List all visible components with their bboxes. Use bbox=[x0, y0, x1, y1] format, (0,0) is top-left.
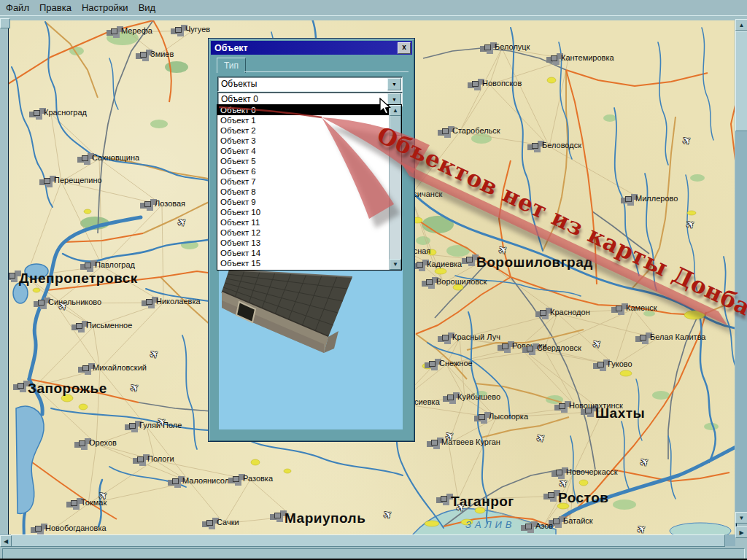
dropdown-option[interactable]: Объект 3 bbox=[217, 136, 390, 146]
minor-road bbox=[615, 338, 657, 365]
minor-road bbox=[155, 460, 250, 480]
chevron-down-icon: ▼ bbox=[392, 97, 397, 102]
minor-road bbox=[460, 314, 557, 338]
dropdown-option[interactable]: Объект 6 bbox=[217, 166, 390, 176]
object-type-value: Объекты bbox=[221, 79, 258, 89]
dropdown-scroll-down-button[interactable]: ▼ bbox=[390, 259, 401, 270]
object-combo-value: Объект 0 bbox=[221, 94, 258, 104]
minor-road bbox=[496, 411, 603, 418]
object-preview bbox=[219, 270, 403, 429]
scroll-down-icon: ▼ bbox=[392, 261, 398, 268]
preview-building-model bbox=[219, 270, 403, 429]
dialog-title-bar[interactable]: Объект x bbox=[211, 41, 412, 55]
dropdown-option[interactable]: Объект 7 bbox=[217, 176, 390, 187]
combo-dropdown-button[interactable]: ▼ bbox=[387, 93, 401, 105]
minor-road bbox=[190, 480, 250, 482]
dropdown-scrollbar[interactable]: ▲ ▼ bbox=[389, 105, 401, 270]
dropdown-option[interactable]: Объект 13 bbox=[217, 238, 390, 248]
minor-road bbox=[449, 398, 465, 443]
minor-road bbox=[96, 369, 100, 444]
minor-road bbox=[162, 205, 163, 303]
minor-road bbox=[88, 482, 190, 504]
scroll-up-button[interactable]: ▲ bbox=[735, 19, 747, 31]
tab-tip[interactable]: Тип bbox=[217, 58, 246, 73]
dropdown-option[interactable]: Объект 15 bbox=[217, 258, 390, 268]
minor-road bbox=[55, 303, 93, 327]
scroll-down-button[interactable]: ▼ bbox=[735, 512, 747, 524]
horizontal-scrollbar[interactable] bbox=[0, 534, 735, 546]
dropdown-option[interactable]: Объект 12 bbox=[217, 228, 390, 238]
scroll-right-button[interactable]: ▶ bbox=[735, 526, 747, 538]
dropdown-scroll-up-button[interactable]: ▲ bbox=[390, 105, 401, 116]
minor-road bbox=[102, 266, 163, 303]
minor-road bbox=[458, 418, 496, 499]
minor-road bbox=[449, 443, 458, 499]
minor-road bbox=[158, 31, 193, 55]
corner-button[interactable] bbox=[0, 18, 10, 28]
minor-road bbox=[460, 85, 489, 132]
scroll-right-icon: ▶ bbox=[739, 529, 743, 536]
horizontal-scrollbar-thumb[interactable] bbox=[11, 534, 725, 547]
scroll-down-icon: ▼ bbox=[739, 515, 745, 521]
combo-dropdown-button[interactable]: ▼ bbox=[387, 78, 401, 90]
minor-road bbox=[93, 303, 163, 327]
minor-road bbox=[93, 327, 100, 369]
minor-road bbox=[458, 496, 565, 499]
status-bar bbox=[2, 548, 745, 559]
minor-road bbox=[411, 132, 460, 195]
minor-road bbox=[446, 347, 519, 365]
minor-road bbox=[26, 182, 61, 276]
minor-road bbox=[565, 496, 570, 522]
scroll-left-icon: ◀ bbox=[4, 538, 8, 545]
scroll-up-icon: ▲ bbox=[392, 107, 398, 114]
dropdown-option[interactable]: Объект 0 bbox=[217, 105, 390, 115]
minor-road bbox=[35, 327, 93, 386]
minor-road bbox=[35, 369, 100, 386]
minor-road bbox=[55, 303, 163, 303]
dropdown-option[interactable]: Объект 8 bbox=[217, 187, 390, 197]
dropdown-scrollbar-thumb[interactable] bbox=[390, 115, 401, 136]
minor-road bbox=[96, 427, 147, 444]
minor-road bbox=[544, 349, 615, 365]
minor-road bbox=[557, 314, 657, 338]
window-left-frame bbox=[0, 15, 8, 560]
chevron-down-icon: ▼ bbox=[392, 82, 397, 87]
object-type-combo[interactable]: Объекты ▼ bbox=[217, 77, 403, 92]
menu-item[interactable]: Вид bbox=[139, 2, 156, 13]
menu-item[interactable]: Настройки bbox=[82, 2, 128, 13]
dialog-close-button[interactable]: x bbox=[398, 42, 411, 54]
dropdown-list[interactable]: Объект 0Объект 1Объект 2Объект 3Объект 4… bbox=[217, 104, 402, 271]
minor-road bbox=[557, 309, 633, 314]
minor-road bbox=[489, 48, 502, 85]
minor-road bbox=[549, 147, 643, 200]
menu-bar: ФайлПравкаНастройкиВид bbox=[0, 0, 747, 15]
minor-road bbox=[449, 418, 496, 443]
tab-strip-line bbox=[244, 71, 409, 72]
minor-road bbox=[53, 504, 88, 529]
menu-item[interactable]: Правка bbox=[39, 2, 71, 13]
minor-road bbox=[407, 252, 484, 260]
minor-road bbox=[615, 309, 633, 365]
dropdown-option[interactable]: Объект 5 bbox=[217, 156, 390, 166]
minor-road bbox=[96, 444, 155, 460]
tab-label: Тип bbox=[224, 61, 239, 71]
minor-road bbox=[224, 480, 250, 524]
dropdown-option[interactable]: Объект 9 bbox=[217, 197, 390, 207]
dropdown-option[interactable]: Объект 11 bbox=[217, 217, 390, 228]
dropdown-option[interactable]: Объект 2 bbox=[217, 125, 390, 136]
dropdown-option[interactable]: Объект 4 bbox=[217, 146, 390, 156]
minor-road bbox=[61, 182, 162, 205]
vertical-scrollbar-thumb[interactable] bbox=[735, 31, 747, 131]
dialog-title: Объект bbox=[214, 43, 248, 53]
scroll-left-button[interactable]: ◀ bbox=[0, 535, 12, 547]
minor-road bbox=[502, 48, 549, 147]
minor-road bbox=[88, 444, 96, 504]
menu-item[interactable]: Файл bbox=[6, 2, 29, 13]
dropdown-option[interactable]: Объект 10 bbox=[217, 207, 390, 217]
dropdown-option[interactable]: Объект 1 bbox=[217, 115, 390, 125]
minor-road bbox=[573, 411, 603, 473]
minor-road bbox=[460, 48, 502, 132]
vertical-scrollbar[interactable] bbox=[735, 19, 747, 524]
dropdown-option[interactable]: Объект 14 bbox=[217, 248, 390, 258]
minor-road bbox=[489, 59, 568, 85]
